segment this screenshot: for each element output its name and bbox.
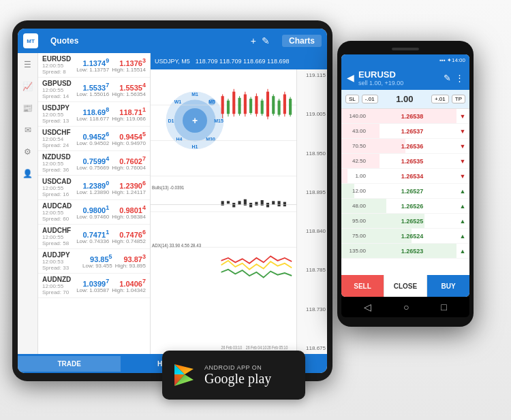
list-item[interactable]: USDJPY 12:00:55 Spread: 13 118.698 Low: … (38, 102, 150, 127)
phone-sl-tp-bar: SL -.01 1.00 +.01 TP (341, 90, 469, 109)
play-badge-bottom-text: Google play (204, 371, 271, 386)
list-item[interactable]: 140.00 1.26538 ▼ (341, 109, 469, 124)
tab-charts[interactable]: Charts (282, 35, 322, 47)
list-item[interactable]: AUDCHF 12:00:55 Spread: 58 0.74711 Low: … (38, 225, 150, 249)
list-item[interactable]: EURUSD 12:00:55 Spread: 8 1.13749 Low: 1… (38, 53, 150, 78)
svg-text:26 Feb 04:10: 26 Feb 04:10 (246, 346, 267, 351)
list-item[interactable]: 12.00 1.26527 ▲ (341, 184, 469, 199)
news-icon[interactable]: 📰 (22, 102, 34, 114)
svg-rect-46 (227, 201, 230, 204)
svg-rect-56 (283, 202, 286, 207)
list-item[interactable]: 70.50 1.26536 ▼ (341, 139, 469, 154)
list-item[interactable]: AUDCAD 12:00:55 Spread: 60 0.98001 Low: … (38, 200, 150, 225)
list-item[interactable]: AUDNZD 12:00:55 Spread: 70 1.03997 Low: … (38, 274, 150, 298)
quotes-icon[interactable]: ☰ (22, 59, 34, 71)
play-badge-top-text: ANDROID APP ON (204, 364, 271, 371)
phone-more-icon[interactable]: ⋮ (455, 73, 464, 83)
svg-rect-51 (255, 202, 258, 206)
phone-speaker (392, 48, 419, 50)
list-item[interactable]: 48.00 1.26526 ▲ (341, 199, 469, 214)
scene: MT Quotes + ✎ Charts ☰ 📈 📰 ✉ ⚙ 👤 (0, 0, 511, 420)
svg-text:26 Feb 03:10: 26 Feb 03:10 (221, 346, 243, 351)
phone-instrument-subtitle: sell 1.00, +19.00 (358, 80, 439, 86)
list-item[interactable]: 1.00 1.26534 ▼ (341, 169, 469, 184)
phone-recent-nav[interactable]: □ (441, 302, 446, 312)
quotes-panel: EURUSD 12:00:55 Spread: 8 1.13749 Low: 1… (38, 53, 151, 354)
sidebar-icons: ☰ 📈 📰 ✉ ⚙ 👤 (18, 53, 38, 354)
tablet-content: ☰ 📈 📰 ✉ ⚙ 👤 EURUSD 12:00:55 Spr (18, 53, 327, 354)
phone-home-nav[interactable]: ○ (403, 302, 409, 312)
phone-navbar: ◁ ○ □ (341, 297, 469, 317)
list-item[interactable]: 135.00 1.26523 ▲ (341, 244, 469, 259)
phone-back-button[interactable]: ◀ (347, 72, 354, 83)
profile-icon[interactable]: 👤 (22, 167, 34, 180)
tablet: MT Quotes + ✎ Charts ☰ 📈 📰 ✉ ⚙ 👤 (12, 20, 332, 381)
chart-area: + M1 M5 M15 M30 H1 H4 D1 W1 (151, 69, 327, 354)
chart-prices: 118.709 118.709 118.669 118.698 (196, 58, 290, 65)
tablet-screen: MT Quotes + ✎ Charts ☰ 📈 📰 ✉ ⚙ 👤 (18, 29, 327, 373)
svg-rect-55 (277, 201, 280, 206)
tablet-topbar: MT Quotes + ✎ Charts (18, 29, 327, 53)
list-item[interactable]: USDCHF 12:00:54 Spread: 24 0.94526 Low: … (38, 127, 150, 151)
price-scale: 119.115 119.005 118.950 118.895 118.840 … (296, 69, 327, 354)
minus-button[interactable]: -.01 (362, 95, 378, 103)
topbar-add-icon: + ✎ (251, 35, 270, 46)
list-item[interactable]: 42.50 1.26535 ▼ (341, 154, 469, 169)
chart-topbar: USDJPY, M5 118.709 118.709 118.669 118.6… (151, 53, 327, 69)
messages-icon[interactable]: ✉ (22, 124, 34, 136)
order-book: 140.00 1.26538 ▼ 43.00 1.26537 ▼ 70.50 1… (341, 109, 469, 275)
list-item[interactable]: AUDJPY 12:00:53 Spread: 33 93.855 Low: 9… (38, 249, 150, 274)
list-item[interactable]: USDCAD 12:00:55 Spread: 16 1.23890 Low: … (38, 176, 150, 200)
list-item[interactable]: 75.00 1.26524 ▲ (341, 229, 469, 244)
tablet-logo: MT (23, 33, 38, 48)
phone-screen: ▪▪▪ ✦ 14:00 ◀ EURUSD sell 1.00, +19.00 ✎… (341, 54, 469, 297)
phone: ▪▪▪ ✦ 14:00 ◀ EURUSD sell 1.00, +19.00 ✎… (337, 41, 474, 327)
tab-quotes[interactable]: Quotes (44, 35, 85, 47)
list-item[interactable]: 43.00 1.26537 ▼ (341, 124, 469, 139)
plus-button[interactable]: +.01 (431, 95, 449, 103)
phone-back-nav[interactable]: ◁ (364, 302, 371, 312)
phone-statusbar: ▪▪▪ ✦ 14:00 (341, 54, 469, 65)
phone-instrument-title: EURUSD (358, 69, 439, 80)
sell-button[interactable]: SELL (341, 275, 384, 297)
settings-icon[interactable]: ⚙ (22, 146, 34, 158)
svg-rect-45 (221, 201, 224, 206)
svg-text:ADX(14) 33.90 4.56 28.43: ADX(14) 33.90 4.56 28.43 (152, 243, 201, 249)
sl-button[interactable]: SL (345, 95, 359, 103)
svg-rect-50 (249, 203, 252, 208)
list-item[interactable]: 95.00 1.26525 ▲ (341, 214, 469, 229)
chart-panel: USDJPY, M5 118.709 118.709 118.669 118.6… (151, 53, 327, 354)
phone-edit-icon[interactable]: ✎ (444, 73, 451, 83)
lot-size-input[interactable]: 1.00 (381, 94, 429, 104)
svg-text:26 Feb 05:10: 26 Feb 05:10 (267, 346, 288, 351)
tab-trade[interactable]: TRADE (18, 356, 121, 372)
svg-text:Bulls(13) -0.0391: Bulls(13) -0.0391 (152, 185, 184, 191)
quotes-list: EURUSD 12:00:55 Spread: 8 1.13749 Low: 1… (38, 53, 150, 354)
list-item[interactable]: NZDUSD 12:00:55 Spread: 36 0.75994 Low: … (38, 151, 150, 176)
svg-rect-54 (272, 201, 275, 204)
play-store-icon (172, 363, 196, 387)
phone-header: ◀ EURUSD sell 1.00, +19.00 ✎ ⋮ (341, 65, 469, 90)
phone-footer: SELL CLOSE BUY (341, 275, 469, 297)
list-item[interactable]: GBPUSD 12:00:55 Spread: 14 1.55337 Low: … (38, 78, 150, 102)
chart-symbol: USDJPY, M5 (155, 58, 190, 65)
google-play-badge[interactable]: ANDROID APP ON Google play (162, 351, 305, 400)
close-button[interactable]: CLOSE (384, 275, 427, 297)
chart-icon[interactable]: 📈 (22, 80, 34, 93)
svg-rect-48 (238, 201, 241, 204)
svg-rect-53 (266, 203, 269, 208)
svg-rect-47 (232, 203, 235, 208)
buy-button[interactable]: BUY (427, 275, 469, 297)
tp-button[interactable]: TP (452, 95, 465, 103)
